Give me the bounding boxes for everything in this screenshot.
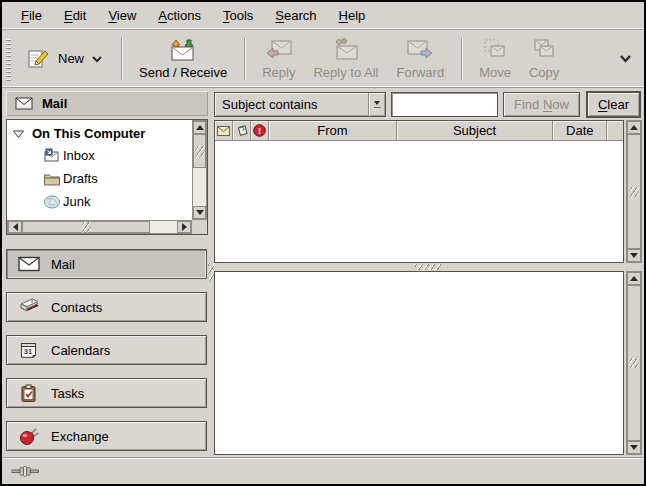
mail-envelope-icon	[18, 256, 40, 272]
menu-file-mnemonic: F	[21, 8, 29, 23]
column-header-importance[interactable]: !	[251, 121, 269, 141]
splitter-grip-icon	[415, 264, 441, 270]
evolution-window: File Edit View Actions Tools Search Help…	[0, 0, 646, 486]
search-filter-arrow-button[interactable]	[368, 93, 385, 116]
message-status-icon	[217, 126, 230, 136]
menu-actions-mnemonic: A	[158, 8, 167, 23]
search-filter-value: Subject contains	[215, 93, 368, 116]
component-switcher: Mail Contacts	[6, 249, 208, 451]
scrollbar-corner	[192, 220, 207, 234]
scrollbar-thumb[interactable]	[627, 285, 641, 441]
tree-item-junk[interactable]: Junk	[7, 190, 192, 213]
sidebar-header-label: Mail	[42, 96, 67, 111]
online-connector-icon[interactable]	[11, 465, 41, 478]
column-header-message-status[interactable]	[215, 121, 233, 141]
scroll-down-button[interactable]	[193, 206, 206, 219]
preview-splitter[interactable]	[214, 263, 642, 271]
column-header-filler	[607, 121, 623, 141]
scroll-up-button[interactable]	[627, 272, 641, 285]
switcher-contacts-button[interactable]: Contacts	[6, 292, 207, 322]
copy-button-label: Copy	[529, 65, 559, 80]
menu-view[interactable]: View	[97, 4, 147, 27]
status-bar	[2, 457, 644, 484]
chevron-down-icon	[619, 54, 632, 63]
scrollbar-thumb[interactable]	[627, 134, 641, 249]
menu-file[interactable]: File	[10, 4, 53, 27]
menu-actions[interactable]: Actions	[147, 4, 212, 27]
menu-tools-label: ools	[229, 8, 253, 23]
folder-tree: On This Computer Inbox	[6, 119, 208, 235]
chevron-down-icon	[374, 101, 380, 105]
move-button-label: Move	[479, 65, 511, 80]
importance-mark-text: !	[258, 126, 261, 136]
contacts-addressbook-icon	[18, 298, 40, 316]
copy-message-icon	[531, 38, 557, 62]
scrollbar-thumb[interactable]	[193, 134, 206, 168]
column-header-attachment[interactable]	[233, 121, 251, 141]
scrollbar-trough	[193, 168, 206, 206]
menu-bar: File Edit View Actions Tools Search Help	[2, 2, 644, 30]
scroll-right-button[interactable]	[177, 221, 191, 233]
menu-edit[interactable]: Edit	[53, 4, 97, 27]
menu-search-label: earch	[284, 8, 317, 23]
folder-tree-vertical-scrollbar	[192, 120, 207, 220]
column-header-subject[interactable]: Subject	[397, 121, 553, 141]
move-button[interactable]: Move	[470, 35, 520, 83]
toolbar-overflow-button[interactable]	[615, 50, 636, 67]
tree-item-inbox[interactable]: Inbox	[7, 144, 192, 167]
toolbar-separator	[461, 38, 462, 80]
forward-button[interactable]: Forward	[387, 35, 453, 83]
arrow-down-icon	[630, 253, 638, 258]
tree-expander-triangle-icon[interactable]	[12, 129, 25, 139]
toolbar-grip[interactable]	[6, 37, 11, 81]
scroll-down-button[interactable]	[627, 441, 641, 454]
clear-label-post: lear	[607, 97, 629, 112]
scroll-left-button[interactable]	[8, 221, 22, 233]
importance-icon: !	[253, 124, 266, 137]
menu-file-label: ile	[29, 8, 42, 23]
scrollbar-thumb[interactable]	[22, 221, 150, 233]
find-now-button[interactable]: Find Now	[503, 92, 580, 117]
search-filter-dropdown[interactable]: Subject contains	[214, 92, 386, 117]
menu-tools[interactable]: Tools	[212, 4, 264, 27]
menu-help[interactable]: Help	[328, 4, 377, 27]
column-header-from[interactable]: From	[269, 121, 397, 141]
find-now-label-post: ow	[552, 97, 569, 112]
sidebar-splitter[interactable]	[208, 88, 214, 457]
switcher-calendars-button[interactable]: 31 Calendars	[6, 335, 207, 365]
tree-root-on-this-computer[interactable]: On This Computer	[7, 123, 192, 144]
new-button[interactable]: New	[17, 40, 113, 78]
arrow-right-icon	[182, 223, 187, 231]
search-input[interactable]	[391, 92, 498, 117]
scroll-up-button[interactable]	[627, 121, 641, 134]
switcher-tasks-label: Tasks	[51, 386, 84, 401]
inbox-icon	[43, 148, 61, 163]
copy-button[interactable]: Copy	[520, 35, 568, 83]
toolbar-separator	[244, 38, 245, 80]
message-list-header: ! From Subject Date	[215, 121, 623, 141]
new-button-label: New	[58, 51, 84, 66]
tasks-clipboard-icon	[18, 384, 40, 403]
switcher-mail-button[interactable]: Mail	[6, 249, 207, 279]
send-receive-button[interactable]: Send / Receive	[130, 34, 236, 83]
reply-to-all-button[interactable]: Reply to All	[304, 35, 387, 83]
switcher-tasks-button[interactable]: Tasks	[6, 378, 207, 408]
clear-button[interactable]: Clear	[587, 92, 640, 117]
reply-button[interactable]: Reply	[253, 35, 304, 83]
calendar-day-text: 31	[24, 347, 32, 356]
scroll-up-button[interactable]	[193, 121, 206, 134]
arrow-left-icon	[13, 223, 18, 231]
switcher-exchange-label: Exchange	[51, 429, 109, 444]
junk-icon	[43, 194, 61, 209]
drafts-folder-icon	[43, 172, 61, 186]
new-compose-icon	[27, 48, 51, 70]
reply-icon	[265, 38, 293, 62]
column-header-date[interactable]: Date	[553, 121, 607, 141]
column-header-subject-label: Subject	[453, 123, 496, 138]
message-list-pane: ! From Subject Date	[214, 120, 642, 263]
switcher-exchange-button[interactable]: Exchange	[6, 421, 207, 451]
scroll-down-button[interactable]	[627, 249, 641, 262]
menu-search[interactable]: Search	[264, 4, 327, 27]
tree-item-drafts[interactable]: Drafts	[7, 167, 192, 190]
switcher-contacts-label: Contacts	[51, 300, 102, 315]
